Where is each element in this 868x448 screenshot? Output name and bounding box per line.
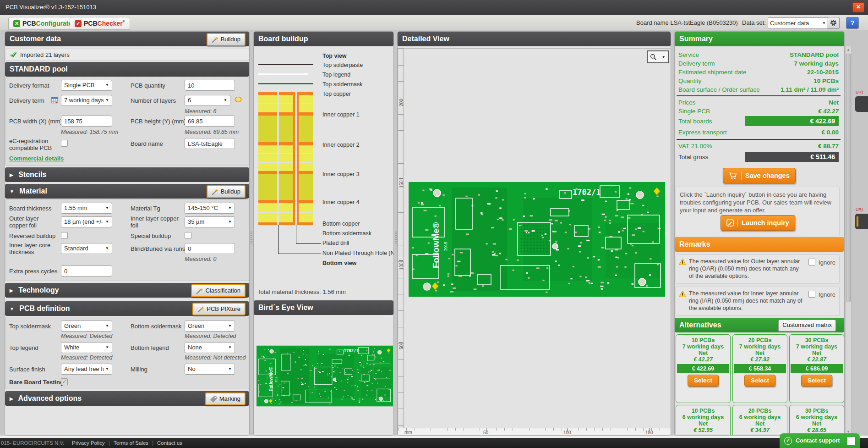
pcb-quantity-input[interactable]: 10	[185, 80, 235, 91]
stencils-header[interactable]: ▶ Stencils	[5, 167, 249, 182]
detail-canvas[interactable]: ▼ 200 150 100 50 mm 50 100 150	[398, 48, 671, 436]
privacy-policy-link[interactable]: Privacy Policy	[72, 440, 105, 446]
ruler-tick-label: 150	[645, 430, 653, 435]
pcb-definition-header[interactable]: ▼ PCB definition PCB PIXture	[5, 301, 249, 316]
inner-core-select[interactable]: Standard▼	[61, 243, 112, 254]
outer-copper-label: Outer layer copper foil	[9, 215, 57, 229]
remark-text: The measured value for Inner layer annul…	[689, 290, 802, 312]
top-legend-select[interactable]: White▼	[61, 342, 112, 353]
layer-label: Top solderpaste	[322, 62, 363, 68]
terms-of-sales-link[interactable]: Terms of Sales	[114, 440, 148, 446]
via-runs-input[interactable]: 0	[185, 243, 235, 254]
bottom-soldermask-measured: Measured: Detected	[185, 333, 236, 339]
panel-splitter[interactable]	[251, 232, 252, 243]
bottom-soldermask-label: Bottom soldermask	[131, 323, 181, 330]
chevron-down-icon: ▼	[228, 364, 232, 375]
customized-matrix-button[interactable]: Customized matrix	[778, 320, 836, 332]
bottom-legend-measured: Measured: Not detected	[185, 354, 246, 361]
height-measured: Measured: 69.85 mm	[185, 129, 239, 135]
settings-button[interactable]	[827, 17, 840, 29]
birdseye-board-image[interactable]	[257, 345, 393, 407]
dataset-select[interactable]: Customer data ▼	[768, 17, 828, 28]
select-button[interactable]: Select	[744, 375, 775, 387]
coin-icon[interactable]	[235, 96, 242, 103]
special-buildup-checkbox[interactable]	[185, 232, 191, 239]
extra-press-input[interactable]: 0	[61, 265, 112, 277]
top-soldermask-label: Top soldermask	[9, 323, 51, 330]
via-runs-label: Blind/Buried via runs	[131, 245, 186, 252]
delivery-format-select[interactable]: Single PCB▼	[61, 80, 112, 91]
alternative-card: 30 PCBs 7 working days Net € 22.87 € 686…	[789, 334, 844, 403]
remark-text: The measured value for Outer layer annul…	[689, 258, 802, 280]
edge-side-tab[interactable]	[855, 96, 868, 112]
material-header[interactable]: ▼ Material Buildup	[5, 184, 249, 199]
classification-button[interactable]: Classification	[191, 284, 246, 297]
material-tg-select[interactable]: 145-150 °C▼	[185, 203, 235, 214]
chevron-down-icon: ▼	[105, 203, 109, 214]
npth-gap	[277, 92, 279, 225]
select-button[interactable]: Select	[688, 375, 719, 387]
bare-board-checkbox[interactable]: ✓	[61, 378, 68, 385]
solderpaste-line	[258, 64, 313, 65]
scrollbar-thumb[interactable]	[846, 54, 851, 302]
pcb-height-input[interactable]: 69.85	[185, 116, 235, 127]
toolbar: ✕ PCBConfigurator® ✓ PCBChecker® Board n…	[0, 15, 868, 30]
tab-pcb-checker[interactable]: ✓ PCBChecker®	[70, 17, 130, 30]
board-name-input[interactable]: LSA-tstEagle	[185, 138, 235, 149]
buildup-button[interactable]: Buildup	[207, 33, 246, 46]
inner-copper-select[interactable]: 35 µm▼	[185, 216, 235, 227]
alternative-card: 10 PCBs 7 working days Net € 42.27 € 422…	[676, 334, 731, 403]
technology-header[interactable]: ▶ Technology Classification	[5, 283, 249, 298]
layer-label: Plated drill	[322, 240, 349, 246]
contact-us-link[interactable]: Contact us	[157, 440, 182, 446]
edge-side-tab[interactable]	[855, 214, 868, 229]
layer-label: Bottom view	[322, 260, 356, 266]
delivery-term-select[interactable]: 7 working days▼	[61, 95, 112, 106]
summary-scrollbar[interactable]: ▲ ▼	[845, 46, 852, 436]
calendar-icon[interactable]	[51, 96, 58, 104]
contact-support-button[interactable]: ✓ Contact support	[780, 433, 860, 448]
save-changes-button[interactable]: Save changes	[723, 168, 796, 183]
tag-icon	[210, 396, 217, 403]
board-buildup-title: Board buildup	[258, 35, 308, 43]
pcb-width-input[interactable]: 158.75	[61, 116, 112, 127]
summary-row: Estimated shipment date22-10-2015	[678, 69, 839, 76]
surface-finish-select[interactable]: Any lead free fini▼	[61, 364, 112, 375]
horizontal-ruler	[398, 428, 671, 436]
tab-checker-label: Checker	[98, 20, 123, 27]
top-soldermask-select[interactable]: Green▼	[61, 321, 112, 332]
commercial-details-link[interactable]: Commercial details	[9, 155, 64, 162]
bottom-legend-select[interactable]: None▼	[185, 342, 235, 353]
outer-copper-select[interactable]: 18 µm (end +/- 5▼	[61, 216, 112, 227]
pcb-quantity-label: PCB quantity	[131, 82, 165, 89]
number-of-layers-select[interactable]: 6▼	[185, 95, 230, 106]
soldermask-line	[258, 83, 313, 84]
close-button[interactable]: ✕	[852, 2, 864, 12]
milling-select[interactable]: No▼	[185, 364, 235, 375]
bottom-soldermask-select[interactable]: Green▼	[185, 321, 235, 332]
pcb-pixture-button[interactable]: PCB PIXture	[192, 303, 246, 315]
scroll-up-arrow[interactable]: ▲	[846, 48, 851, 52]
ec-registration-checkbox[interactable]	[61, 140, 68, 147]
chevron-down-icon: ▼	[105, 95, 109, 106]
ignore-checkbox[interactable]	[808, 291, 815, 298]
copyright-text: 015- EUROCIRCUITS N.V.	[1, 440, 64, 446]
marking-button[interactable]: Marking	[205, 393, 246, 405]
launch-inquiry-button[interactable]: Launch inquiry	[721, 215, 795, 231]
detail-board-image[interactable]	[409, 182, 665, 297]
panel-splitter[interactable]	[395, 232, 397, 243]
select-button[interactable]: Select	[801, 375, 832, 387]
magnifier-icon	[650, 54, 657, 61]
help-button[interactable]: ?	[846, 17, 859, 29]
material-buildup-button[interactable]: Buildup	[207, 185, 246, 198]
ignore-checkbox[interactable]	[808, 259, 815, 265]
chevron-down-icon: ▼	[105, 80, 109, 91]
summary-row: Board surface / Order surface1.11 dm² / …	[678, 86, 839, 93]
board-thickness-select[interactable]: 1.55 mm▼	[61, 203, 112, 214]
zoom-tool-button[interactable]: ▼	[647, 50, 669, 63]
advanced-options-header[interactable]: ▶ Advanced options Marking	[5, 391, 249, 406]
standard-pool-title: STANDARD pool	[10, 65, 68, 73]
pcb-height-label: PCB height (Y) (mm)	[131, 118, 186, 125]
reversed-buildup-checkbox[interactable]	[61, 232, 68, 239]
pcb-definition-title: PCB definition	[19, 304, 70, 312]
